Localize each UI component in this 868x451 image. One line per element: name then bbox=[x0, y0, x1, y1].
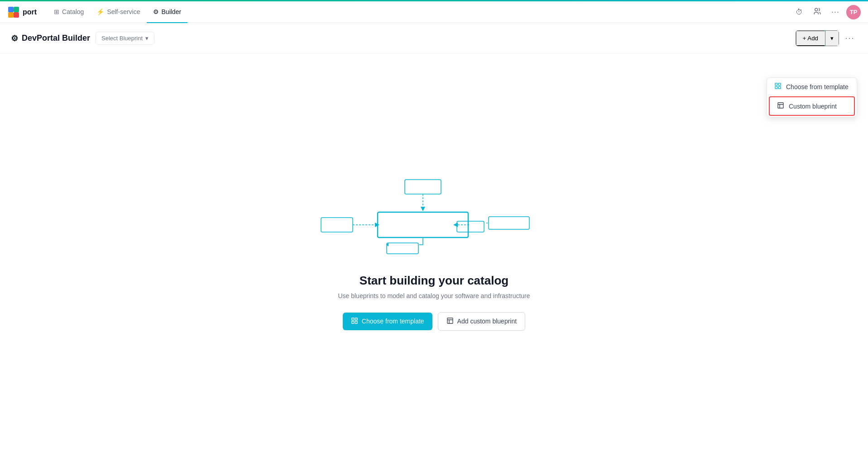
action-buttons: Choose from template Add custom blueprin… bbox=[343, 312, 525, 331]
custom-btn-label: Add custom blueprint bbox=[457, 318, 517, 325]
dropdown-item-template[interactable]: Choose from template bbox=[767, 78, 857, 95]
svg-rect-6 bbox=[778, 83, 781, 85]
svg-rect-22 bbox=[387, 243, 418, 254]
blueprint-icon bbox=[777, 102, 784, 110]
more-nav-button[interactable]: ··· bbox=[828, 5, 843, 19]
history-icon: ⏱ bbox=[796, 8, 803, 16]
page-more-button[interactable]: ··· bbox=[843, 31, 857, 46]
main-content: Start building your catalog Use blueprin… bbox=[0, 54, 868, 451]
svg-rect-9 bbox=[778, 103, 783, 108]
add-button-group: + Add ▾ bbox=[796, 30, 839, 46]
history-button[interactable]: ⏱ bbox=[792, 5, 806, 19]
community-icon bbox=[813, 7, 821, 17]
logo[interactable]: port bbox=[7, 6, 37, 19]
add-custom-blueprint-button[interactable]: Add custom blueprint bbox=[438, 312, 526, 331]
page-title: ⚙ DevPortal Builder bbox=[11, 33, 90, 43]
svg-rect-14 bbox=[321, 218, 353, 232]
select-blueprint-dropdown[interactable]: Select Blueprint ▾ bbox=[96, 32, 154, 45]
catalog-icon: ⊞ bbox=[54, 8, 59, 15]
svg-rect-24 bbox=[352, 318, 354, 320]
settings-icon: ⚙ bbox=[11, 33, 18, 43]
add-button-dropdown[interactable]: ▾ bbox=[825, 30, 839, 46]
choose-template-button[interactable]: Choose from template bbox=[343, 313, 432, 330]
catalog-diagram bbox=[307, 176, 561, 257]
custom-btn-icon bbox=[446, 317, 454, 326]
hero-title: Start building your catalog bbox=[338, 274, 530, 288]
hero-subtitle: Use blueprints to model and catalog your… bbox=[338, 292, 530, 299]
page-more-icon: ··· bbox=[845, 33, 854, 43]
selfservice-icon: ⚡ bbox=[96, 8, 104, 15]
svg-rect-2 bbox=[8, 12, 14, 18]
hero-text: Start building your catalog Use blueprin… bbox=[338, 274, 530, 299]
more-nav-icon: ··· bbox=[831, 7, 839, 17]
svg-rect-20 bbox=[489, 217, 529, 229]
avatar[interactable]: TP bbox=[846, 5, 861, 19]
nav-item-self-service[interactable]: ⚡ Self-service bbox=[90, 1, 146, 23]
logo-text: port bbox=[23, 8, 37, 16]
navbar: port ⊞ Catalog ⚡ Self-service ⚙ Builder … bbox=[0, 1, 868, 23]
svg-rect-7 bbox=[775, 86, 777, 89]
select-blueprint-label: Select Blueprint bbox=[101, 35, 143, 42]
template-icon bbox=[774, 82, 782, 91]
add-chevron-icon: ▾ bbox=[830, 35, 834, 42]
nav-catalog-label: Catalog bbox=[62, 8, 84, 15]
nav-selfservice-label: Self-service bbox=[107, 8, 140, 15]
svg-rect-25 bbox=[355, 318, 357, 320]
dropdown-template-label: Choose from template bbox=[786, 83, 849, 90]
template-btn-label: Choose from template bbox=[362, 318, 424, 325]
svg-rect-3 bbox=[14, 12, 19, 18]
nav-item-builder[interactable]: ⚙ Builder bbox=[147, 1, 188, 23]
svg-rect-8 bbox=[778, 86, 781, 89]
svg-rect-28 bbox=[447, 318, 453, 323]
svg-rect-17 bbox=[457, 221, 484, 232]
page-header-right: + Add ▾ ··· bbox=[796, 30, 857, 46]
svg-rect-26 bbox=[352, 321, 354, 323]
diagram-svg bbox=[307, 176, 561, 257]
svg-marker-12 bbox=[421, 207, 425, 211]
nav-builder-label: Builder bbox=[162, 8, 182, 15]
svg-rect-10 bbox=[405, 180, 441, 194]
svg-rect-27 bbox=[355, 321, 357, 323]
dropdown-menu: Choose from template Custom blueprint bbox=[767, 77, 857, 117]
svg-rect-1 bbox=[14, 7, 19, 12]
svg-rect-0 bbox=[8, 7, 14, 12]
template-btn-icon bbox=[351, 317, 358, 326]
add-button-main[interactable]: + Add bbox=[796, 30, 825, 46]
dropdown-item-custom[interactable]: Custom blueprint bbox=[769, 96, 855, 116]
dropdown-custom-label: Custom blueprint bbox=[789, 103, 837, 110]
svg-point-4 bbox=[815, 8, 818, 11]
page-header: ⚙ DevPortal Builder Select Blueprint ▾ +… bbox=[0, 23, 868, 54]
page-header-left: ⚙ DevPortal Builder Select Blueprint ▾ bbox=[11, 32, 154, 45]
port-logo-icon bbox=[7, 6, 20, 19]
nav-right: ⏱ ··· TP bbox=[792, 5, 861, 19]
community-button[interactable] bbox=[810, 5, 825, 19]
nav-items: ⊞ Catalog ⚡ Self-service ⚙ Builder bbox=[48, 1, 792, 23]
builder-icon: ⚙ bbox=[153, 8, 159, 15]
svg-rect-5 bbox=[775, 83, 777, 85]
svg-marker-19 bbox=[453, 223, 458, 227]
nav-item-catalog[interactable]: ⊞ Catalog bbox=[48, 1, 90, 23]
chevron-down-icon: ▾ bbox=[145, 35, 149, 42]
